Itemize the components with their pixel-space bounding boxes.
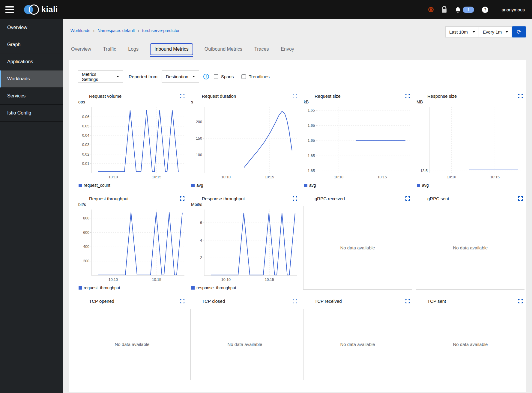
expand-icon[interactable] [180, 299, 184, 303]
chart-unit-label: s [191, 100, 299, 105]
expand-icon[interactable] [180, 196, 184, 201]
chart-tcp-opened: TCP openedNo data available [78, 297, 186, 380]
legend-swatch-icon [79, 286, 82, 290]
masthead: kiali 1 ? anonymous [0, 0, 532, 19]
legend-item[interactable]: avg [304, 183, 412, 188]
chart-title: TCP received [303, 299, 342, 304]
metrics-card: Metrics Settings Reported from Destinati… [69, 60, 526, 392]
chart-title: gRPC sent [416, 196, 449, 201]
breadcrumb-link[interactable]: Workloads [70, 28, 90, 33]
chart-plot: 10:1010:150.010.020.030.040.050.06 [78, 105, 186, 181]
svg-text:10:10: 10:10 [221, 278, 231, 282]
refresh-interval-select[interactable]: Every 1m [479, 26, 512, 37]
svg-text:10:15: 10:15 [152, 278, 161, 282]
legend-label: request_count [84, 183, 110, 188]
legend-item[interactable]: response_throughput [191, 285, 299, 290]
kiali-logo-icon [24, 4, 40, 15]
legend-swatch-icon [191, 184, 195, 187]
svg-text:10:15: 10:15 [378, 175, 387, 179]
sidebar-item-graph[interactable]: Graph [0, 36, 63, 53]
breadcrumb-link[interactable]: torchserve-predictor [142, 28, 180, 33]
status-record-icon[interactable] [428, 7, 434, 12]
expand-icon[interactable] [518, 94, 523, 98]
sidebar-item-applications[interactable]: Applications [0, 53, 63, 70]
legend-item[interactable]: avg [417, 183, 525, 188]
chart-plot: 10:1010:15246 [190, 208, 299, 283]
expand-icon[interactable] [293, 196, 297, 201]
kiali-brand[interactable]: kiali [24, 4, 58, 15]
expand-icon[interactable] [405, 196, 410, 201]
tab-logs[interactable]: Logs [127, 43, 139, 55]
no-data-message: No data available [190, 309, 299, 380]
legend-label: avg [196, 183, 203, 188]
lock-icon[interactable] [441, 6, 447, 13]
reported-from-dropdown[interactable]: Destination [162, 70, 199, 83]
metrics-settings-dropdown[interactable]: Metrics Settings [78, 70, 123, 83]
chart-tcp-received: TCP receivedNo data available [303, 297, 412, 380]
chart-request-duration: Request durations10:1010:15100150200avg [190, 92, 299, 188]
tab-outbound-metrics[interactable]: Outbound Metrics [204, 43, 243, 55]
chart-header: TCP closed [190, 297, 299, 305]
menu-toggle-button[interactable] [0, 0, 19, 19]
bell-icon[interactable] [455, 7, 461, 13]
expand-icon[interactable] [405, 299, 410, 303]
chart-plot: 10:1010:15200400600800 [78, 208, 186, 283]
time-range-select[interactable]: Last 10m [445, 26, 479, 37]
legend-label: response_throughput [196, 285, 236, 290]
sidebar-item-overview[interactable]: Overview [0, 19, 63, 36]
tab-envoy[interactable]: Envoy [280, 43, 294, 55]
sync-icon: ⟳ [517, 28, 522, 35]
expand-icon[interactable] [518, 196, 523, 201]
legend-item[interactable]: avg [191, 183, 299, 188]
chevron-down-icon [473, 31, 475, 33]
chart-tcp-sent: TCP sentNo data available [416, 297, 525, 380]
svg-text:4: 4 [200, 238, 202, 243]
sidebar-nav: OverviewGraphApplicationsWorkloadsServic… [0, 19, 63, 393]
spans-label: Spans [221, 74, 234, 79]
trendlines-checkbox-group[interactable]: Trendlines [241, 74, 269, 79]
chart-grpc-received: gRPC receivedNo data available [303, 195, 412, 290]
legend-item[interactable]: request_count [79, 183, 186, 188]
chart-header: TCP sent [416, 297, 525, 305]
info-icon[interactable]: i [203, 74, 209, 79]
breadcrumb-link[interactable]: Namespace: default [97, 28, 135, 33]
expand-icon[interactable] [518, 299, 523, 303]
trendlines-checkbox[interactable] [241, 74, 246, 79]
tab-traffic[interactable]: Traffic [103, 43, 117, 55]
tab-inbound-metrics[interactable]: Inbound Metrics [150, 43, 193, 55]
svg-text:10:10: 10:10 [109, 175, 118, 179]
expand-icon[interactable] [180, 94, 184, 98]
tab-overview[interactable]: Overview [70, 43, 92, 55]
svg-text:100: 100 [196, 153, 202, 157]
expand-icon[interactable] [293, 94, 297, 98]
legend-item[interactable]: request_throughput [79, 285, 186, 290]
breadcrumb-separator: › [93, 28, 94, 33]
spans-checkbox[interactable] [214, 74, 218, 79]
svg-text:1.65: 1.65 [308, 138, 315, 143]
brand-name: kiali [41, 5, 58, 14]
sidebar-item-services[interactable]: Services [0, 88, 63, 105]
sidebar-item-workloads[interactable]: Workloads [0, 70, 63, 88]
tab-traces[interactable]: Traces [254, 43, 269, 55]
no-data-message: No data available [78, 309, 186, 380]
svg-text:1.65: 1.65 [308, 108, 315, 112]
chart-title: Response size [416, 94, 457, 99]
svg-text:0.05: 0.05 [82, 124, 89, 128]
refresh-button[interactable]: ⟳ [512, 26, 526, 37]
chart-grpc-sent: gRPC sentNo data available [416, 195, 525, 290]
chevron-down-icon [193, 76, 195, 77]
notification-badge[interactable]: 1 [463, 7, 474, 13]
trendlines-label: Trendlines [249, 74, 269, 79]
reported-from-label: Reported from [129, 74, 157, 79]
sidebar-item-istio-config[interactable]: Istio Config [0, 105, 63, 122]
expand-icon[interactable] [405, 94, 410, 98]
svg-text:200: 200 [83, 259, 89, 263]
expand-icon[interactable] [293, 299, 297, 303]
user-menu[interactable]: anonymous [501, 7, 525, 12]
chart-response-size: Response sizeMB10:1010:1513.5avg [416, 92, 525, 188]
no-data-message: No data available [303, 309, 412, 380]
spans-checkbox-group[interactable]: Spans [214, 74, 234, 79]
help-icon[interactable]: ? [482, 7, 488, 13]
chart-title: TCP closed [190, 299, 225, 304]
svg-text:10:15: 10:15 [265, 278, 274, 282]
